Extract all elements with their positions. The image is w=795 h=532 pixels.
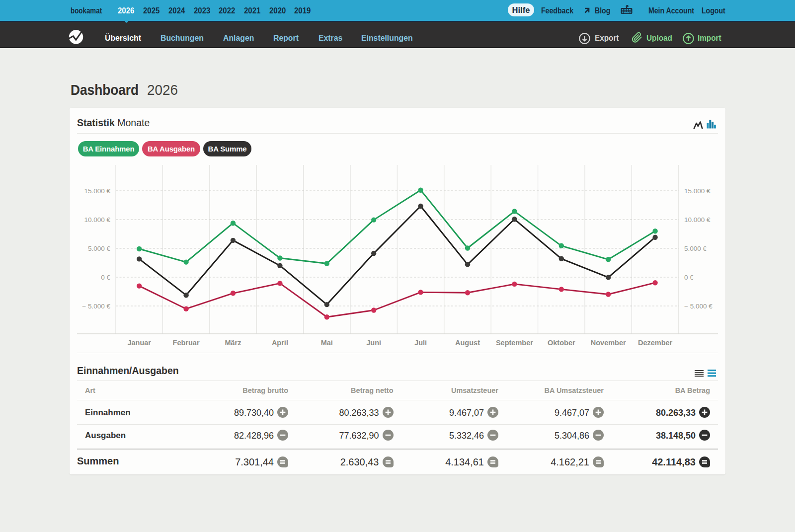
svg-text:Juli: Juli: [414, 339, 427, 347]
svg-text:Oktober: Oktober: [548, 339, 575, 347]
svg-text:Dezember: Dezember: [638, 339, 673, 347]
svg-text:15.000 €: 15.000 €: [684, 187, 711, 195]
svg-text:Mai: Mai: [321, 339, 333, 347]
svg-text:Januar: Januar: [127, 339, 151, 347]
svg-text:0 €: 0 €: [101, 274, 110, 281]
svg-text:− 5.000 €: − 5.000 €: [684, 303, 713, 310]
svg-text:Februar: Februar: [173, 339, 200, 347]
svg-text:Juni: Juni: [366, 339, 381, 347]
svg-text:10.000 €: 10.000 €: [684, 216, 711, 224]
svg-text:November: November: [591, 339, 626, 347]
svg-text:April: April: [272, 339, 288, 347]
svg-text:5.000 €: 5.000 €: [684, 245, 707, 252]
svg-text:15.000 €: 15.000 €: [84, 187, 110, 195]
svg-text:5.000 €: 5.000 €: [88, 245, 111, 252]
svg-text:− 5.000 €: − 5.000 €: [82, 303, 110, 310]
svg-text:September: September: [496, 339, 533, 347]
svg-text:0 €: 0 €: [684, 274, 694, 281]
svg-text:10.000 €: 10.000 €: [84, 216, 110, 224]
svg-text:August: August: [455, 339, 480, 347]
svg-text:März: März: [225, 339, 241, 347]
